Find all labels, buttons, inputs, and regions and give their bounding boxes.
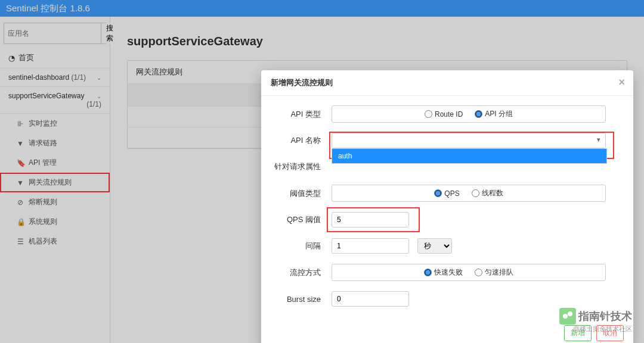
qps-threshold-input[interactable] — [332, 212, 409, 227]
api-name-select[interactable] — [332, 133, 606, 148]
radio-threads[interactable]: 线程数 — [472, 188, 503, 198]
radio-qps[interactable]: QPS — [434, 188, 459, 198]
radio-queue[interactable]: 匀速排队 — [475, 267, 513, 277]
wechat-icon — [559, 308, 576, 325]
dropdown-option-auth[interactable]: auth — [332, 149, 606, 163]
add-rule-modal: 新增网关流控规则 × API 类型 Route ID API 分组 API 名称… — [261, 70, 633, 343]
interval-unit-select[interactable]: 秒 — [417, 238, 452, 254]
label-burst: Burst size — [272, 295, 332, 304]
label-flow-mode: 流控方式 — [272, 267, 332, 278]
radio-api-group[interactable]: API 分组 — [475, 109, 513, 119]
radio-route-id[interactable]: Route ID — [425, 109, 463, 119]
radio-fast-fail[interactable]: 快速失败 — [424, 267, 463, 277]
label-qps-threshold: QPS 阈值 — [272, 214, 332, 225]
label-threshold-type: 阈值类型 — [272, 188, 332, 199]
label-req-attr: 针对请求属性 — [272, 161, 332, 172]
interval-input[interactable] — [332, 238, 409, 254]
modal-title: 新增网关流控规则 × — [261, 70, 633, 96]
api-type-radio-group: Route ID API 分组 — [332, 105, 606, 123]
api-name-dropdown: auth — [332, 148, 607, 164]
burst-input[interactable] — [332, 291, 409, 307]
label-api-name: API 名称 — [272, 135, 332, 146]
watermark: 指南针技术 @稀土掘金技术社区 — [559, 308, 632, 333]
close-icon[interactable]: × — [618, 76, 625, 89]
label-interval: 间隔 — [272, 241, 332, 251]
label-api-type: API 类型 — [272, 109, 332, 120]
flow-mode-radio-group: 快速失败 匀速排队 — [332, 264, 606, 281]
threshold-type-radio-group: QPS 线程数 — [332, 185, 606, 202]
